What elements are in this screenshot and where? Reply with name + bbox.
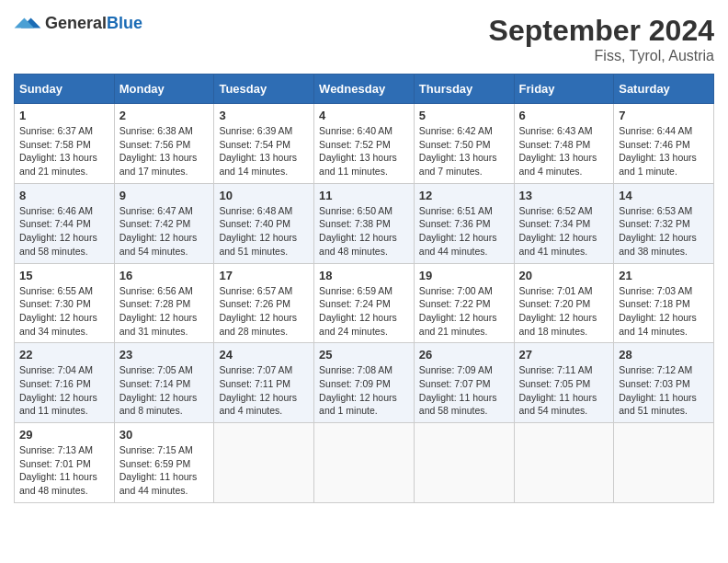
calendar-cell: 18 Sunrise: 6:59 AM Sunset: 7:24 PM Dayl… [314, 263, 415, 343]
logo-icon [14, 15, 41, 31]
day-info: Sunrise: 6:48 AM Sunset: 7:40 PM Dayligh… [219, 204, 309, 259]
day-number: 24 [219, 348, 309, 362]
day-info: Sunrise: 7:08 AM Sunset: 7:09 PM Dayligh… [319, 363, 409, 418]
day-number: 10 [219, 189, 309, 202]
calendar-cell [514, 423, 614, 503]
day-number: 26 [419, 348, 509, 362]
day-number: 22 [19, 348, 109, 362]
calendar-cell: 17 Sunrise: 6:57 AM Sunset: 7:26 PM Dayl… [214, 263, 314, 343]
day-info: Sunrise: 6:39 AM Sunset: 7:54 PM Dayligh… [219, 124, 309, 178]
day-info: Sunrise: 6:46 AM Sunset: 7:44 PM Dayligh… [19, 204, 109, 259]
day-number: 28 [619, 348, 709, 362]
day-info: Sunrise: 6:44 AM Sunset: 7:46 PM Dayligh… [619, 124, 709, 178]
logo: GeneralBlue [14, 14, 142, 33]
day-info: Sunrise: 6:59 AM Sunset: 7:24 PM Dayligh… [319, 284, 409, 339]
calendar-cell: 16 Sunrise: 6:56 AM Sunset: 7:28 PM Dayl… [114, 263, 214, 343]
day-info: Sunrise: 6:47 AM Sunset: 7:42 PM Dayligh… [119, 204, 210, 259]
day-info: Sunrise: 7:01 AM Sunset: 7:20 PM Dayligh… [519, 284, 609, 339]
calendar-week-row: 1 Sunrise: 6:37 AM Sunset: 7:58 PM Dayli… [15, 104, 714, 184]
calendar-cell [214, 423, 314, 503]
day-info: Sunrise: 7:03 AM Sunset: 7:18 PM Dayligh… [619, 284, 709, 339]
day-number: 17 [219, 269, 309, 282]
day-info: Sunrise: 7:09 AM Sunset: 7:07 PM Dayligh… [419, 363, 509, 418]
calendar-cell: 15 Sunrise: 6:55 AM Sunset: 7:30 PM Dayl… [15, 263, 115, 343]
column-header-saturday: Saturday [614, 75, 714, 104]
day-info: Sunrise: 7:11 AM Sunset: 7:05 PM Dayligh… [519, 363, 609, 418]
calendar-cell: 22 Sunrise: 7:04 AM Sunset: 7:16 PM Dayl… [15, 343, 115, 423]
calendar-week-row: 8 Sunrise: 6:46 AM Sunset: 7:44 PM Dayli… [15, 183, 714, 263]
calendar-cell: 9 Sunrise: 6:47 AM Sunset: 7:42 PM Dayli… [114, 183, 214, 263]
calendar-cell: 20 Sunrise: 7:01 AM Sunset: 7:20 PM Dayl… [514, 263, 614, 343]
day-info: Sunrise: 7:15 AM Sunset: 6:59 PM Dayligh… [119, 443, 210, 498]
day-info: Sunrise: 6:51 AM Sunset: 7:36 PM Dayligh… [419, 204, 509, 259]
location-title: Fiss, Tyrol, Austria [489, 48, 714, 64]
day-info: Sunrise: 6:56 AM Sunset: 7:28 PM Dayligh… [119, 284, 210, 339]
day-info: Sunrise: 6:43 AM Sunset: 7:48 PM Dayligh… [519, 124, 609, 178]
calendar-cell: 24 Sunrise: 7:07 AM Sunset: 7:11 PM Dayl… [214, 343, 314, 423]
day-info: Sunrise: 6:57 AM Sunset: 7:26 PM Dayligh… [219, 284, 309, 339]
calendar-cell: 28 Sunrise: 7:12 AM Sunset: 7:03 PM Dayl… [614, 343, 714, 423]
day-number: 18 [319, 269, 409, 282]
day-number: 14 [619, 189, 709, 202]
logo-general: General [45, 14, 107, 32]
column-header-tuesday: Tuesday [214, 75, 314, 104]
column-header-wednesday: Wednesday [314, 75, 415, 104]
day-number: 6 [519, 109, 609, 122]
calendar-cell: 13 Sunrise: 6:52 AM Sunset: 7:34 PM Dayl… [514, 183, 614, 263]
day-number: 2 [119, 109, 210, 122]
day-info: Sunrise: 6:42 AM Sunset: 7:50 PM Dayligh… [419, 124, 509, 178]
calendar-cell: 23 Sunrise: 7:05 AM Sunset: 7:14 PM Dayl… [114, 343, 214, 423]
calendar-cell: 7 Sunrise: 6:44 AM Sunset: 7:46 PM Dayli… [614, 104, 714, 184]
day-number: 19 [419, 269, 509, 282]
calendar-table: SundayMondayTuesdayWednesdayThursdayFrid… [14, 74, 714, 503]
column-header-friday: Friday [514, 75, 614, 104]
calendar-cell: 29 Sunrise: 7:13 AM Sunset: 7:01 PM Dayl… [15, 423, 115, 503]
day-number: 16 [119, 269, 210, 282]
calendar-header-row: SundayMondayTuesdayWednesdayThursdayFrid… [15, 75, 714, 104]
day-number: 7 [619, 109, 709, 122]
day-info: Sunrise: 6:55 AM Sunset: 7:30 PM Dayligh… [19, 284, 109, 339]
calendar-cell: 10 Sunrise: 6:48 AM Sunset: 7:40 PM Dayl… [214, 183, 314, 263]
day-number: 15 [19, 269, 109, 282]
calendar-cell: 3 Sunrise: 6:39 AM Sunset: 7:54 PM Dayli… [214, 104, 314, 184]
calendar-cell: 14 Sunrise: 6:53 AM Sunset: 7:32 PM Dayl… [614, 183, 714, 263]
title-section: September 2024 Fiss, Tyrol, Austria [489, 14, 714, 64]
column-header-monday: Monday [114, 75, 214, 104]
column-header-thursday: Thursday [414, 75, 514, 104]
column-header-sunday: Sunday [15, 75, 115, 104]
calendar-week-row: 29 Sunrise: 7:13 AM Sunset: 7:01 PM Dayl… [15, 423, 714, 503]
calendar-cell: 6 Sunrise: 6:43 AM Sunset: 7:48 PM Dayli… [514, 104, 614, 184]
day-number: 30 [119, 428, 210, 442]
day-number: 4 [319, 109, 409, 122]
calendar-cell: 19 Sunrise: 7:00 AM Sunset: 7:22 PM Dayl… [414, 263, 514, 343]
calendar-cell: 12 Sunrise: 6:51 AM Sunset: 7:36 PM Dayl… [414, 183, 514, 263]
calendar-cell [314, 423, 415, 503]
calendar-cell: 27 Sunrise: 7:11 AM Sunset: 7:05 PM Dayl… [514, 343, 614, 423]
day-number: 3 [219, 109, 309, 122]
day-number: 27 [519, 348, 609, 362]
calendar-cell: 11 Sunrise: 6:50 AM Sunset: 7:38 PM Dayl… [314, 183, 415, 263]
day-info: Sunrise: 7:04 AM Sunset: 7:16 PM Dayligh… [19, 363, 109, 418]
day-info: Sunrise: 6:50 AM Sunset: 7:38 PM Dayligh… [319, 204, 409, 259]
day-number: 8 [19, 189, 109, 202]
day-info: Sunrise: 7:00 AM Sunset: 7:22 PM Dayligh… [419, 284, 509, 339]
day-number: 20 [519, 269, 609, 282]
day-info: Sunrise: 6:53 AM Sunset: 7:32 PM Dayligh… [619, 204, 709, 259]
calendar-cell: 5 Sunrise: 6:42 AM Sunset: 7:50 PM Dayli… [414, 104, 514, 184]
calendar-cell: 26 Sunrise: 7:09 AM Sunset: 7:07 PM Dayl… [414, 343, 514, 423]
calendar-cell: 2 Sunrise: 6:38 AM Sunset: 7:56 PM Dayli… [114, 104, 214, 184]
day-info: Sunrise: 7:07 AM Sunset: 7:11 PM Dayligh… [219, 363, 309, 418]
day-number: 29 [19, 428, 109, 442]
day-info: Sunrise: 7:13 AM Sunset: 7:01 PM Dayligh… [19, 443, 109, 498]
month-title: September 2024 [489, 14, 714, 48]
day-number: 9 [119, 189, 210, 202]
day-number: 1 [19, 109, 109, 122]
calendar-cell: 1 Sunrise: 6:37 AM Sunset: 7:58 PM Dayli… [15, 104, 115, 184]
day-number: 12 [419, 189, 509, 202]
day-info: Sunrise: 6:38 AM Sunset: 7:56 PM Dayligh… [119, 124, 210, 178]
calendar-week-row: 22 Sunrise: 7:04 AM Sunset: 7:16 PM Dayl… [15, 343, 714, 423]
day-number: 5 [419, 109, 509, 122]
logo-blue: Blue [107, 14, 142, 32]
calendar-cell: 4 Sunrise: 6:40 AM Sunset: 7:52 PM Dayli… [314, 104, 415, 184]
calendar-week-row: 15 Sunrise: 6:55 AM Sunset: 7:30 PM Dayl… [15, 263, 714, 343]
